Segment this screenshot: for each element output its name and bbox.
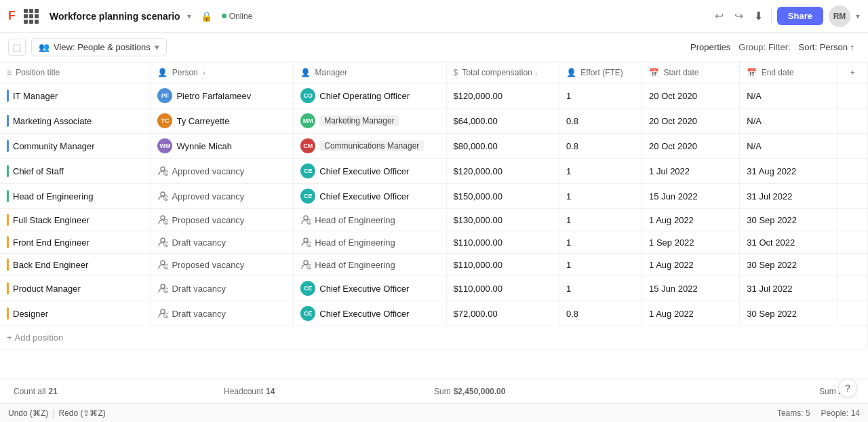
view-caret-icon: ▾ xyxy=(155,42,159,52)
person-vacancy-cell: $ Draft vacancy xyxy=(157,237,286,248)
end-date-cell: N/A xyxy=(740,109,837,134)
table-row[interactable]: Marketing Associate TC Ty Carreyette MM … xyxy=(0,109,868,134)
table-row[interactable]: Product Manager $ Draft vacancy CE Chief… xyxy=(0,276,868,301)
manager-avatar: CM xyxy=(300,138,315,153)
table-row[interactable]: Front End Engineer $ Draft vacancy $ Hea… xyxy=(0,231,868,254)
color-indicator xyxy=(7,140,9,152)
add-position-td[interactable]: + Add position xyxy=(0,326,868,349)
view-label: View: People & positions xyxy=(54,42,151,52)
manager-avatar: CO xyxy=(300,88,315,103)
sort-button[interactable]: Sort: Person ↑ xyxy=(793,39,860,55)
online-label: Online xyxy=(229,12,253,21)
position-title: Head of Engineering xyxy=(13,191,94,202)
col-header-fte[interactable]: 👤 Effort (FTE) xyxy=(559,62,642,83)
svg-point-12 xyxy=(161,238,165,242)
vacancy-person-icon: $ xyxy=(157,166,168,176)
col-header-add[interactable]: + xyxy=(837,62,867,83)
vacancy-person-icon: $ xyxy=(157,259,168,270)
table-row[interactable]: Designer $ Draft vacancy CE Chief Execut… xyxy=(0,301,868,326)
expand-icon: › xyxy=(203,69,205,77)
table-container: ≡ Position title 👤 Person › 👤 Manager $ … xyxy=(0,62,868,379)
start-date-cell: 1 Aug 2022 xyxy=(642,301,740,326)
user-avatar-button[interactable]: RM xyxy=(829,5,850,27)
person-icon: 👤 xyxy=(157,68,167,77)
position-title: Chief of Staff xyxy=(13,166,64,176)
table-row[interactable]: Head of Engineering $ Approved vacancy C… xyxy=(0,184,868,209)
properties-button[interactable]: Properties xyxy=(685,39,736,55)
sort-label: Sort: Person xyxy=(799,42,848,52)
end-date-cell: 30 Sep 2022 xyxy=(740,209,837,231)
row-add-cell xyxy=(837,231,867,254)
help-button[interactable]: ? xyxy=(838,379,857,398)
redo-status-button[interactable]: Redo (⇧⌘Z) xyxy=(58,408,105,418)
manager-vacancy-icon: $ xyxy=(300,259,311,270)
col-header-end[interactable]: 📅 End date xyxy=(740,62,837,83)
vacancy-name: Draft vacancy xyxy=(172,284,225,294)
sum-fte-label: Sum xyxy=(819,387,836,396)
table-row[interactable]: Back End Engineer $ Proposed vacancy $ H… xyxy=(0,254,868,276)
end-date-cell: 31 Jul 2022 xyxy=(740,276,837,301)
compensation-cell: $72,000.00 xyxy=(446,301,559,326)
sidebar-toggle-button[interactable]: ⬚ xyxy=(8,39,26,56)
end-date-cell: 31 Oct 2022 xyxy=(740,231,837,254)
vacancy-person-icon: $ xyxy=(157,191,168,202)
col-header-manager[interactable]: 👤 Manager xyxy=(294,62,446,83)
calendar-start-icon: 📅 xyxy=(649,68,659,77)
table-row[interactable]: Chief of Staff $ Approved vacancy CE Chi… xyxy=(0,159,868,184)
add-position-button[interactable]: + Add position xyxy=(7,331,861,344)
undo-status-button[interactable]: Undo (⌘Z) xyxy=(8,408,48,418)
svg-point-9 xyxy=(304,216,308,220)
col-header-start[interactable]: 📅 Start date xyxy=(642,62,740,83)
fte-cell: 1 xyxy=(559,231,642,254)
manager-name: Chief Executive Officer xyxy=(319,191,409,202)
manager-name: Head of Engineering xyxy=(315,237,395,248)
fte-cell: 1 xyxy=(559,83,642,109)
view-toolbar: ⬚ 👥 View: People & positions ▾ Propertie… xyxy=(0,33,868,62)
table-row[interactable]: IT Manager PF Pietro Farfalameev CO Chie… xyxy=(0,83,868,109)
table-row[interactable]: Full Stack Engineer $ Proposed vacancy $… xyxy=(0,209,868,231)
sum-comp-value: $2,450,000.00 xyxy=(454,387,506,396)
row-add-cell xyxy=(837,276,867,301)
compensation-cell: $120,000.00 xyxy=(446,159,559,184)
manager-cell: CE Chief Executive Officer xyxy=(300,306,439,321)
view-selector-button[interactable]: 👥 View: People & positions ▾ xyxy=(31,38,167,56)
fte-cell: 0.8 xyxy=(559,134,642,159)
color-indicator xyxy=(7,307,9,320)
download-button[interactable]: ⬇ xyxy=(751,7,766,25)
manager-avatar: MM xyxy=(300,113,315,128)
col-header-person[interactable]: 👤 Person › xyxy=(151,62,294,83)
headcount-seg: Headcount 14 xyxy=(224,387,434,396)
col-header-compensation[interactable]: $ Total compensation ↓ xyxy=(446,62,559,83)
table-row[interactable]: Community Manager WM Wynnie Micah CM Com… xyxy=(0,134,868,159)
start-date-cell: 1 Aug 2022 xyxy=(642,209,740,231)
position-title: Back End Engineer xyxy=(13,260,88,270)
position-cell: Community Manager xyxy=(0,134,151,159)
topbar: F Workforce planning scenario ▾ 🔒 Online… xyxy=(0,0,868,33)
position-cell: Chief of Staff xyxy=(0,159,151,184)
sort-icon: ↑ xyxy=(850,42,855,52)
col-position-label: Position title xyxy=(16,68,60,77)
person-vacancy-cell: $ Proposed vacancy xyxy=(157,214,286,225)
statusbar: Undo (⌘Z) | Redo (⇧⌘Z) Teams: 5 People: … xyxy=(0,403,868,422)
manager-vacancy-cell: $ Head of Engineering xyxy=(300,259,439,270)
avatar-dropdown-button[interactable]: ▾ xyxy=(856,12,860,21)
manager-avatar: CE xyxy=(300,189,315,204)
start-date-cell: 15 Jun 2022 xyxy=(642,276,740,301)
row-add-cell xyxy=(837,254,867,276)
group-label: Group: xyxy=(738,42,766,52)
add-position-row[interactable]: + Add position xyxy=(0,326,868,349)
col-header-position[interactable]: ≡ Position title xyxy=(0,62,151,83)
person-td: WM Wynnie Micah xyxy=(151,134,294,159)
person-cell: WM Wynnie Micah xyxy=(157,138,286,153)
fte-cell: 1 xyxy=(559,159,642,184)
share-button[interactable]: Share xyxy=(777,7,823,25)
title-caret-icon[interactable]: ▾ xyxy=(187,12,191,21)
person-vacancy-cell: $ Draft vacancy xyxy=(157,308,286,319)
redo-button[interactable]: ↪ xyxy=(732,7,746,25)
color-indicator xyxy=(7,190,9,202)
row-add-cell xyxy=(837,209,867,231)
person-avatar: PF xyxy=(157,88,172,103)
undo-button[interactable]: ↩ xyxy=(712,7,726,25)
manager-td: CE Chief Executive Officer xyxy=(294,159,446,184)
position-cell: Head of Engineering xyxy=(0,184,151,209)
